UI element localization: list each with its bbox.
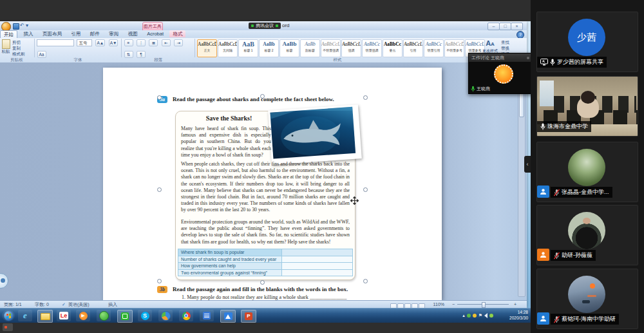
- style-subtle-emphasis[interactable]: AaBbCcL不明显强调: [321, 39, 341, 57]
- selection-handle[interactable]: [157, 187, 162, 192]
- numbering-icon[interactable]: ⋮: [137, 39, 146, 46]
- selection-handle[interactable]: [157, 95, 162, 100]
- zoom-in-icon[interactable]: +: [514, 301, 516, 308]
- zoom-slider-handle[interactable]: [482, 302, 486, 308]
- participant-tile[interactable]: 珠海市金鼎中学: [536, 76, 638, 137]
- skype-icon[interactable]: S: [138, 310, 152, 321]
- participant-tile[interactable]: 少茜 罗少茜的屏幕共享: [536, 12, 638, 72]
- word-count[interactable]: 字数: 0: [35, 301, 49, 308]
- qat-dropdown-icon[interactable]: ▾: [26, 21, 28, 30]
- le-player-icon[interactable]: Le: [57, 310, 71, 321]
- style-subtle-reference[interactable]: AaBbCcD不明显参考: [444, 39, 464, 57]
- restore-button[interactable]: □: [499, 23, 511, 30]
- selection-handle[interactable]: [260, 280, 265, 285]
- passage-paragraph-1: Many have heard of shark fin soup. This …: [181, 126, 271, 158]
- tray-status-icon[interactable]: [489, 314, 493, 318]
- undo-button[interactable]: ↶: [20, 21, 24, 30]
- chrome-icon[interactable]: [179, 310, 193, 321]
- windows-start-button[interactable]: [2, 310, 15, 321]
- meeting-app-icon[interactable]: [220, 310, 236, 323]
- docs-app-icon[interactable]: [200, 310, 214, 321]
- style-subtitle[interactable]: AaBb副标题: [300, 39, 320, 57]
- decrease-indent-icon[interactable]: ⇤: [162, 39, 171, 46]
- selection-handle[interactable]: [157, 279, 162, 283]
- style-intense-quote[interactable]: AaBbCc明显引用: [424, 39, 444, 57]
- cut-button[interactable]: 剪切: [12, 39, 25, 45]
- explorer-taskbar-icon[interactable]: [37, 310, 53, 323]
- style-quote[interactable]: AaBbCcL引用: [403, 39, 423, 57]
- powerpoint-icon[interactable]: P: [241, 310, 256, 323]
- paste-button[interactable]: 粘贴: [1, 39, 10, 55]
- sidebar-collapse-icon[interactable]: ‹: [524, 156, 531, 173]
- language-indicator[interactable]: 英语(美国): [68, 301, 90, 308]
- tab-insert[interactable]: 插入: [20, 30, 36, 37]
- shrink-font-icon[interactable]: A▼: [109, 39, 118, 46]
- grow-font-icon[interactable]: A▲: [95, 39, 105, 46]
- fact-row-answer[interactable]: [282, 249, 353, 256]
- meeting-mini-panel[interactable]: 工作讨论 王晓燕 王晓燕: [468, 53, 531, 94]
- participant-tile[interactable]: 蔡铭珂-海南中学助研: [536, 269, 638, 329]
- find-button[interactable]: 查找: [501, 39, 509, 45]
- tab-mailings[interactable]: 邮件: [87, 30, 103, 37]
- tray-flag-icon[interactable]: ⚑: [478, 313, 482, 318]
- style-strong[interactable]: AaBbCc要点: [383, 39, 402, 57]
- fact-row-answer[interactable]: [282, 256, 353, 263]
- increase-indent-icon[interactable]: ⇥: [174, 39, 183, 46]
- insert-mode-indicator[interactable]: 插入: [108, 301, 117, 308]
- change-styles-button[interactable]: AA 更改样式: [482, 39, 498, 54]
- selection-handle[interactable]: [363, 95, 368, 100]
- mini-panel-header[interactable]: 工作讨论 王晓燕: [469, 53, 531, 62]
- close-button[interactable]: ×: [511, 23, 523, 30]
- volume-icon[interactable]: [484, 313, 488, 318]
- mini-panel-menu-icon[interactable]: [527, 57, 529, 59]
- vertical-scrollbar[interactable]: [518, 64, 526, 297]
- taskbar-clock[interactable]: 14:28 2020/3/30: [495, 310, 528, 321]
- multilevel-list-icon[interactable]: ≣: [149, 39, 158, 46]
- tab-acrobat[interactable]: Acrobat: [144, 30, 167, 37]
- document-page[interactable]: 3a Read the passage about sharks and com…: [103, 68, 442, 300]
- zoom-level[interactable]: 110%: [433, 301, 444, 308]
- mic-on-icon: [471, 86, 475, 92]
- style-emphasis[interactable]: AaBbCcL强调: [341, 39, 361, 57]
- tab-page-layout[interactable]: 页面布局: [39, 30, 65, 37]
- meeting-toolbar-fragment[interactable]: [3, 323, 13, 331]
- style-title[interactable]: AaBb标题: [279, 39, 299, 57]
- style-no-spacing[interactable]: AaBbCcD无间隔: [218, 39, 238, 57]
- tab-references[interactable]: 引用: [68, 30, 84, 37]
- font-name-combo[interactable]: [37, 39, 74, 46]
- page-indicator[interactable]: 页面: 1/1: [4, 301, 22, 308]
- green-browser-icon[interactable]: [97, 310, 111, 321]
- style-heading2[interactable]: AaBb标题 2: [259, 39, 279, 57]
- selection-handle[interactable]: [363, 187, 368, 192]
- shared-screen-region: ↶ ▾ 图片工具 腾讯会议 ord – □ × 开始 插入 页面布局 引用 邮件…: [0, 0, 531, 333]
- selection-handle[interactable]: [260, 94, 265, 99]
- tray-expand-icon[interactable]: ▴: [462, 313, 465, 318]
- zoom-out-icon[interactable]: −: [452, 301, 455, 308]
- tab-review[interactable]: 审阅: [106, 30, 122, 37]
- copy-button[interactable]: 复制: [12, 45, 25, 51]
- font-size-combo[interactable]: 五号: [77, 39, 92, 46]
- tray-status-icon[interactable]: [473, 314, 477, 318]
- green-app-icon[interactable]: [117, 310, 133, 323]
- style-intense-emphasis[interactable]: AaBbCc明显强调: [362, 39, 382, 57]
- save-icon[interactable]: [13, 23, 19, 30]
- tab-format[interactable]: 格式: [169, 30, 185, 37]
- spellcheck-icon[interactable]: ✓: [62, 301, 66, 308]
- style-heading1[interactable]: AaB标题 1: [238, 39, 258, 57]
- bullets-icon[interactable]: ≡: [124, 39, 133, 46]
- selection-handle[interactable]: [363, 279, 368, 283]
- media-player-icon[interactable]: ▶: [76, 310, 90, 321]
- sogou-browser-icon[interactable]: [158, 310, 173, 321]
- ie-taskbar-icon[interactable]: e: [18, 310, 32, 321]
- replace-button[interactable]: 替换: [501, 45, 509, 51]
- tab-view[interactable]: 视图: [125, 30, 141, 37]
- style-normal[interactable]: AaBbCcD正文: [197, 39, 217, 57]
- participant-tile[interactable]: 张晶晶-金鼎中学...: [536, 142, 638, 202]
- tab-home[interactable]: 开始: [0, 30, 17, 38]
- minimize-button[interactable]: –: [488, 23, 500, 30]
- fact-row-answer[interactable]: [282, 263, 353, 270]
- format-painter-button[interactable]: 格式刷: [12, 51, 25, 57]
- participant-tile[interactable]: 助研-孙薇薇: [536, 205, 638, 265]
- tray-status-icon[interactable]: [467, 314, 471, 318]
- fact-row-answer[interactable]: [282, 269, 353, 276]
